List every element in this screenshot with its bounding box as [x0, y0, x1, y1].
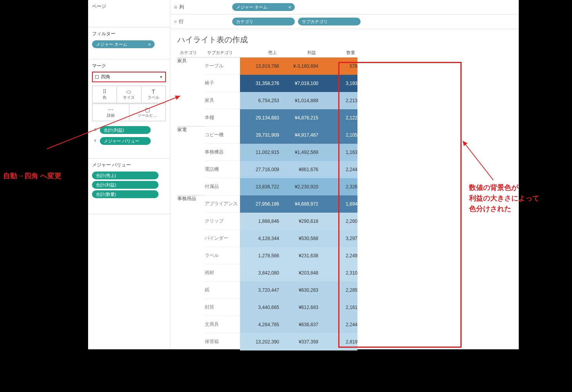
cell-qty: 1,163: [318, 144, 357, 161]
table-row[interactable]: 家具6,754,253¥1,014,8892,213: [177, 92, 357, 109]
cell-profit: ¥612,683: [279, 299, 318, 316]
cell-profit: ¥337,359: [279, 333, 318, 350]
table-row[interactable]: 紙3,720,447¥630,2632,285: [177, 282, 357, 299]
table-row[interactable]: 事務機器11,002,915¥1,492,5691,163: [177, 144, 357, 161]
pages-title: ページ: [92, 3, 166, 10]
table-row[interactable]: 付属品13,836,722¥2,230,9202,326: [177, 178, 357, 195]
detail-button[interactable]: ⋯詳細: [92, 104, 129, 121]
cell-sales: 29,731,909: [240, 126, 279, 144]
label-icon: T: [142, 89, 165, 95]
cell-profit: ¥1,014,889: [279, 92, 318, 109]
cell-profit: ¥636,837: [279, 316, 318, 333]
cell-category: 事務用品: [177, 195, 205, 213]
mv-pill-qty[interactable]: 合計(数量): [92, 190, 159, 198]
cell-qty: 578: [318, 58, 357, 75]
cell-qty: 2,122: [318, 109, 357, 126]
rows-icon: ≡: [174, 19, 177, 24]
col-header-subcategory[interactable]: サブカテゴリ: [205, 48, 240, 58]
cell-qty: 3,193: [318, 75, 357, 92]
cell-subcategory: バインダー: [205, 230, 240, 247]
col-header-qty[interactable]: 数量: [318, 48, 357, 58]
cell-qty: 2,213: [318, 92, 357, 109]
marks-buttons-row2: ⋯詳細 ▢ツールヒ…: [92, 103, 166, 121]
table-row[interactable]: 封筒3,440,665¥612,6832,161: [177, 299, 357, 316]
cell-sales: 1,888,846: [240, 213, 279, 230]
highlight-table: カテゴリ サブカテゴリ 売上 利益 数量 家具テーブル13,919,786¥-3…: [177, 48, 357, 350]
filter-pill-measure-names[interactable]: メジャー ネーム ≡: [92, 40, 155, 48]
size-icon: ⬭: [117, 89, 141, 95]
col-header-category[interactable]: カテゴリ: [177, 48, 205, 58]
cell-profit: ¥2,230,920: [279, 178, 318, 195]
table-row[interactable]: バインダー4,128,344¥530,5683,297: [177, 230, 357, 247]
cell-sales: 6,754,253: [240, 92, 279, 109]
table-row[interactable]: 椅子31,358,276¥7,019,1003,193: [177, 75, 357, 92]
cell-profit: ¥4,917,467: [279, 126, 318, 144]
cell-sales: 3,720,447: [240, 282, 279, 299]
cell-profit: ¥861,676: [279, 161, 318, 178]
mark-type-dropdown[interactable]: 四角 ▼: [92, 72, 166, 82]
columns-shelf[interactable]: iii列 メジャー ネーム ≡: [170, 0, 519, 14]
label-chip-icon: T: [92, 139, 98, 143]
annotation-left: マークカードを クリックして 自動→四角 へ変更: [3, 150, 61, 181]
table-row[interactable]: 保管箱13,202,390¥337,3592,819: [177, 333, 357, 350]
cell-qty: 2,285: [318, 282, 357, 299]
mv-pill-sales[interactable]: 合計(売上): [92, 172, 159, 179]
cell-subcategory: コピー機: [205, 126, 240, 144]
viz-canvas: ハイライト表の作成 カテゴリ サブカテゴリ 売上 利益 数量 家具テーブル13,…: [170, 29, 519, 356]
columns-pill-measure-names[interactable]: メジャー ネーム ≡: [232, 3, 295, 11]
col-header-sales[interactable]: 売上: [240, 48, 279, 58]
chevron-down-icon: ▼: [159, 75, 163, 79]
color-button[interactable]: ⠿色: [92, 86, 117, 103]
table-row[interactable]: 本棚29,134,683¥4,876,2152,122: [177, 109, 357, 126]
cell-subcategory: 封筒: [205, 299, 240, 316]
cell-subcategory: 紙: [205, 282, 240, 299]
tooltip-button[interactable]: ▢ツールヒ…: [129, 104, 166, 121]
filters-shelf[interactable]: フィルター メジャー ネーム ≡: [88, 27, 170, 60]
size-button[interactable]: ⬭サイズ: [117, 86, 141, 103]
table-row[interactable]: 文房具4,264,765¥636,8372,244: [177, 316, 357, 333]
columns-icon: iii: [174, 5, 177, 9]
cell-qty: 3,297: [318, 230, 357, 247]
mv-pill-profit[interactable]: 合計(利益): [92, 181, 159, 189]
table-row[interactable]: 家具テーブル13,919,786¥-3,180,894578: [177, 58, 357, 75]
table-row[interactable]: 家電コピー機29,731,909¥4,917,4672,105: [177, 126, 357, 144]
cell-subcategory: 画材: [205, 264, 240, 282]
col-header-profit[interactable]: 利益: [279, 48, 318, 58]
marks-label-pill[interactable]: T メジャー バリュー: [92, 136, 166, 146]
tooltip-icon: ▢: [130, 107, 166, 113]
measure-values-shelf[interactable]: メジャー バリュー 合計(売上) 合計(利益) 合計(数量): [88, 159, 170, 214]
rows-shelf[interactable]: ≡行 カテゴリ サブカテゴリ: [170, 14, 519, 29]
measure-values-title: メジャー バリュー: [92, 162, 166, 168]
cell-profit: ¥203,848: [279, 264, 318, 282]
table-row[interactable]: 画材3,842,080¥203,8482,310: [177, 264, 357, 282]
rows-pill-category[interactable]: カテゴリ: [232, 18, 295, 25]
color-icon: ⠿: [93, 89, 116, 95]
rows-pill-subcategory[interactable]: サブカテゴリ: [298, 18, 361, 25]
cell-sales: 4,128,344: [240, 230, 279, 247]
cell-profit: ¥4,876,215: [279, 109, 318, 126]
cell-profit: ¥-3,180,894: [279, 58, 318, 75]
table-row[interactable]: ラベル1,278,566¥231,6382,249: [177, 247, 357, 264]
cell-profit: ¥630,263: [279, 282, 318, 299]
cell-sales: 13,836,722: [240, 178, 279, 195]
cell-subcategory: テーブル: [205, 58, 240, 75]
cell-sales: 3,842,080: [240, 264, 279, 282]
sheet-title[interactable]: ハイライト表の作成: [177, 34, 512, 45]
cell-profit: ¥231,638: [279, 247, 318, 264]
cell-sales: 11,002,915: [240, 144, 279, 161]
table-row[interactable]: 事務用品アプライアンス27,956,186¥4,688,9721,694: [177, 195, 357, 213]
table-row[interactable]: 電話機27,716,009¥861,6762,244: [177, 161, 357, 178]
annotation-right: 数値の背景色が 利益の大きさによって 色分けされた: [469, 182, 540, 214]
cell-sales: 4,264,765: [240, 316, 279, 333]
marks-color-pill[interactable]: ⠿ 合計(利益): [92, 125, 166, 135]
cell-qty: 2,249: [318, 247, 357, 264]
cell-category: 家具: [177, 58, 205, 75]
label-button[interactable]: Tラベル: [141, 86, 166, 103]
table-row[interactable]: クリップ1,888,846¥290,6182,260: [177, 213, 357, 230]
sort-icon: ≡: [148, 42, 151, 47]
pages-shelf[interactable]: ページ: [88, 0, 170, 27]
cell-qty: 2,161: [318, 299, 357, 316]
cell-qty: 2,310: [318, 264, 357, 282]
square-icon: [95, 75, 99, 79]
cell-subcategory: 付属品: [205, 178, 240, 195]
